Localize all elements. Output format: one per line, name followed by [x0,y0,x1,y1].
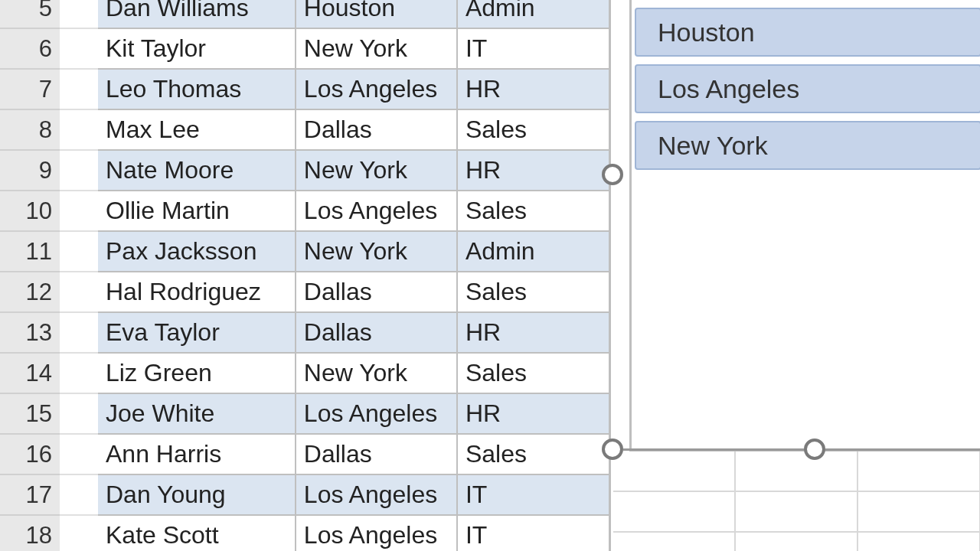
row-header[interactable]: 6 [0,29,60,70]
cell-name[interactable]: Kate Scott [98,516,296,551]
row-header[interactable]: 11 [0,232,60,272]
cell-city[interactable]: Los Angeles [296,191,458,230]
row-header[interactable]: 17 [0,475,60,516]
table-row[interactable]: Pax Jacksson New York Admin [98,232,609,272]
slicer-item[interactable]: New York [635,121,980,170]
table-row[interactable]: Dan Young Los Angeles IT [98,475,609,516]
cell-name[interactable]: Max Lee [98,110,296,149]
cell-city[interactable]: Los Angeles [296,394,458,433]
cell-dept[interactable]: IT [458,475,609,514]
cell-name[interactable]: Ollie Martin [98,191,296,230]
gutter-column [60,0,98,551]
table-row[interactable]: Joe White Los Angeles HR [98,394,609,435]
cell-city[interactable]: Dallas [296,313,458,352]
cell-city[interactable]: Dallas [296,435,458,474]
cell-city[interactable]: New York [296,232,458,271]
cell-dept[interactable]: Sales [458,272,609,311]
cell-city[interactable]: Dallas [296,272,458,311]
selection-handle-icon[interactable] [804,439,825,460]
row-header-column: 5 6 7 8 9 10 11 12 13 14 15 16 17 18 [0,0,60,551]
row-header[interactable]: 15 [0,394,60,435]
cell-dept[interactable]: IT [458,29,609,68]
cell-city[interactable]: Dallas [296,110,458,149]
cell-name[interactable]: Dan Williams [98,0,296,28]
slicer-item[interactable]: Houston [635,8,980,57]
row-header[interactable]: 16 [0,435,60,475]
cell-dept[interactable]: Sales [458,354,609,393]
row-header[interactable]: 7 [0,70,60,110]
row-header[interactable]: 14 [0,354,60,394]
slicer-item[interactable]: Los Angeles [635,64,980,113]
table-row[interactable]: Ollie Martin Los Angeles Sales [98,191,609,232]
row-header[interactable]: 12 [0,272,60,313]
table-row[interactable]: Ann Harris Dallas Sales [98,435,609,475]
row-header[interactable]: 18 [0,516,60,551]
table-row[interactable]: Dan Williams Houston Admin [98,0,609,29]
row-header[interactable]: 13 [0,313,60,354]
table-row[interactable]: Max Lee Dallas Sales [98,110,609,151]
cell-dept[interactable]: Admin [458,232,609,271]
cell-city[interactable]: New York [296,151,458,190]
cell-name[interactable]: Kit Taylor [98,29,296,68]
worksheet-cells[interactable] [613,452,980,551]
cell-city[interactable]: New York [296,354,458,393]
table-row[interactable]: Kit Taylor New York IT [98,29,609,70]
cell-dept[interactable]: HR [458,70,609,109]
cell-name[interactable]: Ann Harris [98,435,296,474]
cell-city[interactable]: Los Angeles [296,70,458,109]
selection-handle-icon[interactable] [602,439,623,460]
cell-dept[interactable]: Sales [458,435,609,474]
row-header[interactable]: 9 [0,151,60,191]
table-row[interactable]: Liz Green New York Sales [98,354,609,394]
table-row[interactable]: Hal Rodriguez Dallas Sales [98,272,609,313]
cell-city[interactable]: Houston [296,0,458,28]
cell-name[interactable]: Nate Moore [98,151,296,190]
cell-name[interactable]: Hal Rodriguez [98,272,296,311]
cell-dept[interactable]: Admin [458,0,609,28]
cell-city[interactable]: Los Angeles [296,475,458,514]
cell-dept[interactable]: Sales [458,110,609,149]
row-header[interactable]: 10 [0,191,60,232]
table-row[interactable]: Eva Taylor Dallas HR [98,313,609,354]
row-header[interactable]: 5 [0,0,60,29]
table-row[interactable]: Nate Moore New York HR [98,151,609,191]
cell-dept[interactable]: Sales [458,191,609,230]
city-slicer[interactable]: Dallas Houston Los Angeles New York [629,0,980,452]
cell-dept[interactable]: HR [458,394,609,433]
cell-name[interactable]: Dan Young [98,475,296,514]
table-row[interactable]: Kate Scott Los Angeles IT [98,516,609,551]
cell-name[interactable]: Leo Thomas [98,70,296,109]
table-row[interactable]: Leo Thomas Los Angeles HR [98,70,609,110]
data-table[interactable]: Dan Williams Houston Admin Kit Taylor Ne… [98,0,611,551]
cell-city[interactable]: New York [296,29,458,68]
cell-dept[interactable]: HR [458,313,609,352]
cell-dept[interactable]: IT [458,516,609,551]
cell-name[interactable]: Joe White [98,394,296,433]
row-header[interactable]: 8 [0,110,60,151]
cell-dept[interactable]: HR [458,151,609,190]
cell-name[interactable]: Liz Green [98,354,296,393]
cell-city[interactable]: Los Angeles [296,516,458,551]
selection-handle-icon[interactable] [602,164,623,185]
selection-border [623,448,804,451]
selection-border [825,448,980,451]
cell-name[interactable]: Pax Jacksson [98,232,296,271]
cell-name[interactable]: Eva Taylor [98,313,296,352]
